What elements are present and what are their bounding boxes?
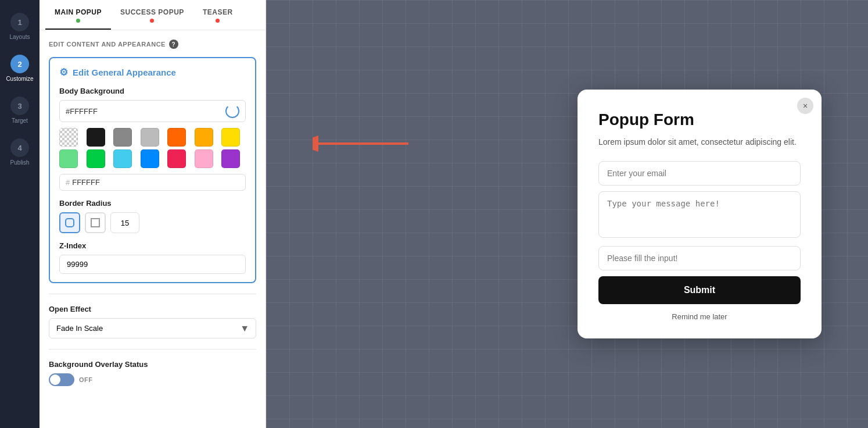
sidebar-item-customize[interactable]: 2 Customize [0, 48, 40, 90]
swatches-grid [59, 128, 246, 168]
svg-rect-0 [66, 219, 74, 227]
appearance-title[interactable]: ⚙ Edit General Appearance [59, 66, 246, 79]
border-rounded-btn[interactable] [59, 212, 80, 233]
appearance-box: ⚙ Edit General Appearance Body Backgroun… [49, 57, 256, 283]
swatch-green[interactable] [87, 149, 105, 168]
swatch-lightgreen[interactable] [59, 149, 78, 168]
tab-main-popup[interactable]: MAIN POPUP [45, 0, 111, 30]
svg-rect-1 [91, 219, 99, 227]
panel: MAIN POPUP SUCCESS POPUP TEASER EDIT CON… [40, 0, 266, 428]
z-index-input[interactable]: 99999 [59, 255, 246, 274]
sidebar-number-4: 4 [10, 138, 29, 157]
border-radius-label: Border Radius [59, 199, 246, 208]
border-radius-row: 15 [59, 212, 246, 233]
hash-symbol: # [66, 178, 70, 187]
tab-main-dot [76, 19, 80, 23]
section-header-text: EDIT CONTENT AND APPEARANCE [49, 41, 166, 48]
sidebar-label-publish: Publish [10, 159, 30, 166]
divider-2 [49, 349, 256, 349]
z-index-label: Z-Index [59, 241, 246, 250]
help-icon[interactable]: ? [169, 40, 178, 49]
color-spinner [225, 104, 239, 118]
close-icon: × [803, 101, 808, 110]
hex-input[interactable]: FFFFFF [72, 178, 239, 187]
submit-label: Submit [684, 285, 715, 295]
sidebar-number-3: 3 [10, 97, 29, 115]
appearance-title-text: Edit General Appearance [73, 67, 176, 77]
border-radius-input[interactable]: 15 [110, 212, 139, 233]
open-effect-label: Open Effect [49, 305, 256, 313]
toggle-off-label: OFF [79, 376, 93, 383]
section-header: EDIT CONTENT AND APPEARANCE ? [49, 40, 256, 49]
swatch-purple[interactable] [221, 149, 240, 168]
popup-submit-button[interactable]: Submit [598, 276, 801, 304]
sidebar-number-1: 1 [10, 13, 29, 31]
tab-success-label: SUCCESS POPUP [120, 8, 184, 16]
swatch-yellow[interactable] [221, 128, 240, 147]
popup-title: Popup Form [598, 110, 801, 129]
canvas: × Popup Form Lorem ipsum dolor sit amet,… [266, 0, 868, 428]
swatch-lightgray[interactable] [141, 128, 159, 147]
popup-message-textarea[interactable] [598, 191, 801, 238]
swatch-orange[interactable] [167, 128, 186, 147]
tabs-bar: MAIN POPUP SUCCESS POPUP TEASER [40, 0, 266, 30]
square-corners-icon [90, 217, 101, 228]
bg-overlay-toggle[interactable] [49, 373, 74, 386]
swatch-gray[interactable] [113, 128, 132, 147]
panel-content: EDIT CONTENT AND APPEARANCE ? ⚙ Edit Gen… [40, 30, 266, 428]
hex-input-row: # FFFFFF [59, 174, 246, 191]
swatch-transparent[interactable] [59, 128, 78, 147]
popup-email-input[interactable] [598, 161, 801, 186]
arrow-svg [313, 131, 417, 160]
arrow-annotation [313, 131, 417, 162]
border-square-btn[interactable] [85, 212, 106, 233]
open-effect-select[interactable]: Fade In Scale Fade In Slide In Top Slide… [49, 318, 256, 338]
sidebar: 1 Layouts 2 Customize 3 Target 4 Publish [0, 0, 40, 428]
swatch-cyan[interactable] [113, 149, 132, 168]
tab-teaser[interactable]: TEASER [193, 0, 242, 30]
swatch-pink[interactable] [195, 149, 213, 168]
swatch-amber[interactable] [195, 128, 213, 147]
body-background-label: Body Background [59, 87, 246, 95]
sidebar-number-2: 2 [10, 55, 29, 73]
toggle-knob [50, 374, 60, 385]
body-background-input[interactable]: #FFFFFF [66, 107, 225, 116]
sidebar-label-target: Target [12, 117, 28, 124]
sidebar-item-layouts[interactable]: 1 Layouts [0, 6, 40, 48]
tab-teaser-label: TEASER [203, 8, 233, 16]
popup-modal: × Popup Form Lorem ipsum dolor sit amet,… [578, 90, 822, 338]
popup-remind-link[interactable]: Remind me later [598, 312, 801, 321]
gear-icon: ⚙ [59, 66, 68, 79]
swatch-red[interactable] [167, 149, 186, 168]
bg-overlay-label: Background Overlay Status [49, 360, 256, 369]
sidebar-item-publish[interactable]: 4 Publish [0, 131, 40, 173]
popup-extra-input[interactable] [598, 246, 801, 270]
tab-teaser-dot [216, 19, 220, 23]
popup-description: Lorem ipsum dolor sit amet, consectetur … [598, 136, 801, 148]
tab-main-label: MAIN POPUP [55, 8, 102, 16]
sidebar-label-layouts: Layouts [9, 34, 30, 41]
tab-success-popup[interactable]: SUCCESS POPUP [111, 0, 193, 30]
divider-1 [49, 294, 256, 294]
tab-success-dot [150, 19, 154, 23]
body-background-input-row: #FFFFFF [59, 100, 246, 122]
popup-close-button[interactable]: × [797, 98, 813, 114]
swatch-black[interactable] [87, 128, 105, 147]
rounded-corners-icon [64, 217, 75, 228]
open-effect-select-wrapper: Fade In Scale Fade In Slide In Top Slide… [49, 318, 256, 338]
toggle-row: OFF [49, 373, 256, 386]
swatch-blue[interactable] [141, 149, 159, 168]
sidebar-item-target[interactable]: 3 Target [0, 90, 40, 131]
sidebar-label-customize: Customize [6, 76, 33, 83]
